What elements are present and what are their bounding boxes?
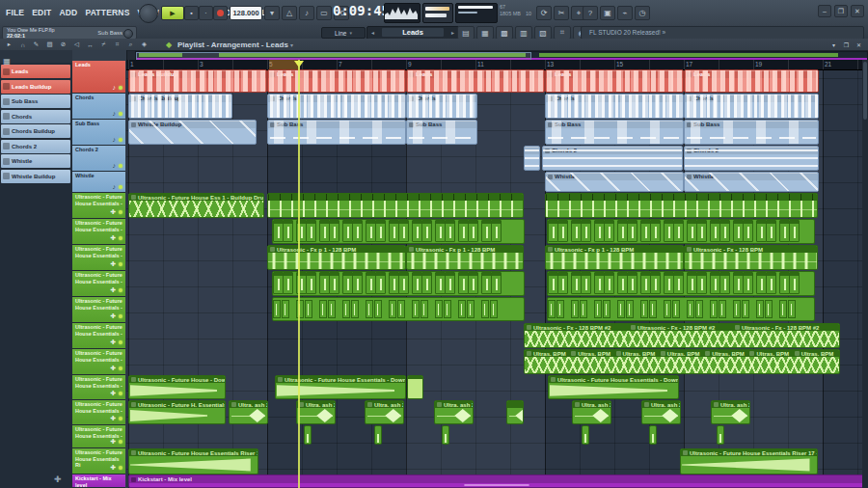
- mini-clip[interactable]: [352, 272, 363, 294]
- clip-sub-bass[interactable]: Sub Bass: [684, 120, 819, 145]
- mini-clip[interactable]: [421, 220, 432, 242]
- track-note-icon[interactable]: ♪: [113, 162, 117, 169]
- clip-leads-buildup[interactable]: Leads Buildup: [128, 69, 267, 93]
- mini-clip[interactable]: [389, 300, 396, 318]
- step-sequencer-icon[interactable]: ▦: [476, 26, 494, 40]
- hint-knob[interactable]: [123, 29, 133, 39]
- mini-clip[interactable]: [282, 300, 289, 318]
- track-enable-led[interactable]: [119, 392, 122, 395]
- clip-thin[interactable]: [582, 425, 589, 445]
- mini-clip[interactable]: [603, 300, 610, 318]
- mini-clip[interactable]: [458, 300, 466, 318]
- track-plus-icon[interactable]: ✚: [110, 234, 116, 242]
- clip-ultrasonic-future-house-downlifter-13[interactable]: Ultrasonic - Future House - Downlifter 1…: [128, 375, 226, 399]
- track-enable-led[interactable]: [119, 164, 122, 168]
- mini-clip[interactable]: [640, 300, 648, 318]
- clip-ultrasonic-fx-p-1-128-bpm[interactable]: Ultrasonic - Fx p 1 - 128 BPM: [545, 245, 684, 270]
- track-enable-led[interactable]: [119, 366, 122, 370]
- clip-pairs[interactable]: [272, 219, 525, 244]
- mini-clip[interactable]: [445, 272, 455, 294]
- track-header-ultrasonic-future-house-essentials[interactable]: Ultrasonic - Future House Essentials -✚: [72, 193, 125, 219]
- track-header-ultrasonic-future-house-essentials[interactable]: Ultrasonic - Future House Essentials -✚: [72, 400, 125, 425]
- magnet-snap-icon[interactable]: ∩: [16, 40, 29, 49]
- track-plus-icon[interactable]: ✚: [110, 390, 116, 397]
- mini-clip[interactable]: [273, 300, 281, 318]
- mini-clip[interactable]: [366, 300, 373, 318]
- mini-clip[interactable]: [789, 220, 800, 242]
- clip-ultras-bpm[interactable]: Ultras. BPMUltras. BPMUltras. BPMUltras.…: [524, 349, 840, 374]
- mini-clip[interactable]: [626, 300, 634, 318]
- mini-clip[interactable]: [756, 300, 764, 318]
- mini-clip[interactable]: [673, 272, 684, 294]
- clip-ultrasonic-fx-128-bpm-2[interactable]: Ultrasonic - Fx - 128 BPM #2Ultrasonic -…: [524, 323, 840, 348]
- mini-clip[interactable]: [557, 272, 568, 294]
- mini-clip[interactable]: [742, 300, 749, 318]
- mini-clip[interactable]: [650, 272, 661, 294]
- mini-clip[interactable]: [743, 272, 753, 294]
- mini-clip[interactable]: [283, 220, 293, 242]
- track-note-icon[interactable]: ♪: [113, 84, 117, 91]
- mini-clip[interactable]: [306, 220, 316, 242]
- mini-clip[interactable]: [481, 300, 489, 318]
- clip-block[interactable]: [407, 375, 423, 399]
- clip-chords-2[interactable]: Chords 2: [542, 146, 683, 171]
- blend-notes-icon[interactable]: ♪: [299, 6, 314, 20]
- mini-clip[interactable]: [627, 272, 637, 294]
- mini-clip[interactable]: [468, 272, 478, 294]
- tempo-display[interactable]: 128.000: [230, 6, 262, 20]
- piano-roll-icon[interactable]: ▩: [496, 26, 513, 40]
- stop-button[interactable]: ▪: [184, 6, 199, 20]
- track-enable-led[interactable]: [119, 417, 122, 420]
- pattern-next-icon[interactable]: ▸: [451, 29, 454, 36]
- sync-icon[interactable]: ⟳: [536, 6, 552, 20]
- playback-tool-icon[interactable]: ◈: [138, 40, 150, 49]
- track-enable-led[interactable]: [119, 112, 122, 116]
- mini-clip[interactable]: [719, 272, 730, 294]
- track-plus-icon[interactable]: ✚: [110, 415, 116, 422]
- clip-chords-2[interactable]: Chords 2: [684, 146, 819, 171]
- mini-clip[interactable]: [328, 300, 336, 318]
- track-header-ultrasonic-future-house-essentials[interactable]: Ultrasonic - Future House Essentials -✚: [72, 219, 125, 245]
- clip-chords[interactable]: Chords: [684, 94, 819, 119]
- mini-clip[interactable]: [617, 300, 625, 318]
- mini-clip[interactable]: [581, 272, 591, 294]
- mini-clip[interactable]: [766, 220, 776, 242]
- track-plus-icon[interactable]: ✚: [110, 286, 116, 294]
- clip-ultra-ash-2[interactable]: Ultra. ash 2: [641, 400, 681, 424]
- mini-clip[interactable]: [329, 272, 339, 294]
- playlist-detach-icon[interactable]: ❐: [841, 40, 852, 49]
- mini-clip[interactable]: [444, 300, 451, 318]
- select-tool-icon[interactable]: ⌗: [111, 40, 123, 49]
- playlist-title[interactable]: Playlist - Arrangement - Leads ▾: [177, 41, 293, 49]
- typing-keyboard-icon[interactable]: ▭: [316, 6, 332, 20]
- mini-clip[interactable]: [435, 300, 443, 318]
- clip-longnotes[interactable]: [524, 146, 540, 171]
- zoom-tool-icon[interactable]: ⌕: [124, 40, 137, 49]
- mini-clip[interactable]: [420, 300, 428, 318]
- clip-ultra-ash-2[interactable]: Ultra. ash 2: [711, 400, 750, 424]
- clip-ultra-ash-2[interactable]: Ultra. ash 2: [229, 400, 268, 424]
- record-button[interactable]: [213, 6, 228, 20]
- track-enable-led[interactable]: [119, 340, 122, 344]
- snap-selector[interactable]: Line ▾: [321, 27, 366, 39]
- mini-clip[interactable]: [649, 300, 657, 318]
- plugin-picker-icon[interactable]: ⌗: [554, 26, 571, 40]
- scrollbar-thumb[interactable]: [863, 62, 867, 120]
- automation-segment[interactable]: [464, 484, 529, 486]
- clip-whistle[interactable]: Whistle: [545, 172, 684, 192]
- clip-ultrasonic-future-house-essentials-riser-17-128-bpm-a[interactable]: Ultrasonic - Future House Essentials Ris…: [128, 448, 258, 474]
- mini-clip[interactable]: [766, 272, 776, 294]
- clip-thin[interactable]: [717, 425, 724, 445]
- clip-pairs[interactable]: [547, 271, 815, 296]
- mini-clip[interactable]: [789, 272, 800, 294]
- track-header-ultrasonic-future-house-essentials[interactable]: Ultrasonic - Future House Essentials -✚: [72, 245, 125, 271]
- clip-thin[interactable]: [442, 425, 449, 445]
- mini-clip[interactable]: [306, 272, 316, 294]
- playlist-close-icon[interactable]: ✕: [854, 40, 864, 49]
- mini-clip[interactable]: [398, 220, 409, 242]
- clip-chords-buildup[interactable]: Chords Buildup: [128, 94, 232, 119]
- pattern-item-leads-buildup[interactable]: Leads Buildup: [1, 80, 70, 94]
- project-title-panel[interactable]: You Owe Me FLP.flp 22:02:1 Sub Bass: [2, 26, 137, 40]
- track-enable-led[interactable]: [119, 185, 122, 189]
- clip-kicks[interactable]: [267, 193, 524, 218]
